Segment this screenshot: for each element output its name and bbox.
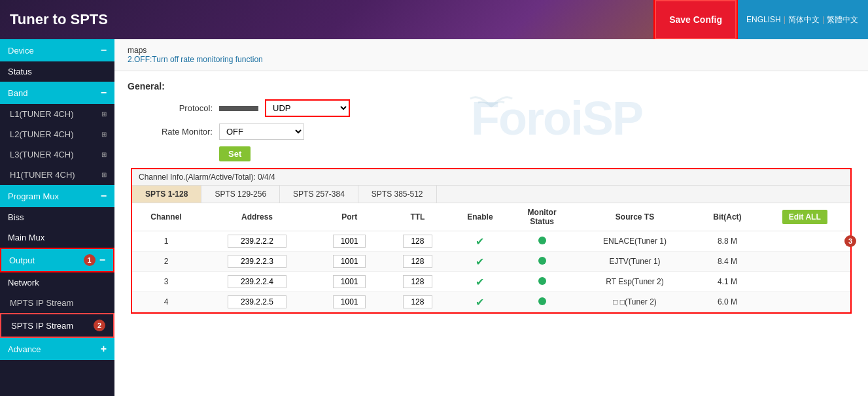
channel-table: Channel Address Port TTL Enable MonitorS…	[132, 203, 850, 312]
cell-port[interactable]	[314, 292, 385, 312]
cell-action	[759, 292, 850, 312]
cell-address[interactable]	[200, 252, 314, 272]
tab-spts-385-512[interactable]: SPTS 385-512	[358, 186, 437, 203]
channel-info-box: 3 Channel Info.(Alarm/Active/Total): 0/4…	[131, 168, 852, 314]
cell-monitor	[510, 292, 574, 312]
cell-port[interactable]	[314, 231, 385, 252]
l2-grid-icon: ⊞	[101, 131, 107, 138]
cell-enable: ✔	[450, 231, 510, 252]
lang-traditional[interactable]: 繁體中文	[827, 14, 858, 25]
sidebar-label-program-mux: Program Mux	[8, 191, 59, 201]
table-row: 2 ✔ EJTV(Tuner 1) 8.4 M	[132, 252, 850, 272]
info-line1: maps	[128, 46, 855, 55]
protocol-select[interactable]: UDP RTP	[265, 99, 350, 117]
sidebar-item-spts[interactable]: SPTS IP Stream 2	[0, 313, 114, 338]
cell-ttl[interactable]	[385, 292, 450, 312]
l1-grid-icon: ⊞	[101, 110, 107, 118]
content-body: General: Protocol: UDP RTP Rate Monitor:…	[114, 71, 868, 330]
cell-port[interactable]	[314, 252, 385, 272]
sidebar-item-network[interactable]: Network	[0, 272, 114, 293]
monitor-dot-icon	[538, 237, 546, 244]
cell-ttl[interactable]	[385, 231, 450, 252]
cell-monitor	[510, 231, 574, 252]
cell-monitor	[510, 272, 574, 292]
cell-bit-act: 8.4 M	[695, 252, 759, 272]
table-row: 1 ✔ ENLACE(Tuner 1) 8.8 M	[132, 231, 850, 252]
cell-channel: 1	[132, 231, 200, 252]
table-row: 3 ✔ RT Esp(Tuner 2) 4.1 M	[132, 272, 850, 292]
cell-source-ts: ENLACE(Tuner 1)	[574, 231, 695, 252]
spts-badge: 2	[94, 320, 105, 331]
header: Tuner to SPTS Save Config ENGLISH | 简体中文…	[0, 0, 868, 39]
set-button[interactable]: Set	[219, 146, 251, 161]
sidebar-item-output[interactable]: Output 1 −	[0, 248, 114, 272]
monitor-dot-icon	[538, 257, 546, 265]
tab-spts-129-256[interactable]: SPTS 129-256	[201, 186, 280, 203]
lang-simplified[interactable]: 简体中文	[788, 14, 820, 25]
sidebar-item-advance[interactable]: Advance +	[0, 338, 114, 360]
cell-action	[759, 252, 850, 272]
sidebar-item-program-mux[interactable]: Program Mux −	[0, 185, 114, 207]
h1-grid-icon: ⊞	[101, 171, 107, 178]
cell-bit-act: 6.0 M	[695, 292, 759, 312]
tab-spts-257-384[interactable]: SPTS 257-384	[280, 186, 358, 203]
col-edit-all: Edit ALL	[759, 203, 850, 231]
rate-monitor-label: Rate Monitor:	[128, 127, 213, 137]
advance-expand-icon: +	[101, 343, 107, 355]
cell-channel: 3	[132, 272, 200, 292]
enable-check-icon: ✔	[476, 297, 484, 308]
cell-bit-act: 8.8 M	[695, 231, 759, 252]
save-config-button[interactable]: Save Config	[655, 0, 737, 39]
col-monitor-status: MonitorStatus	[510, 203, 574, 231]
sidebar-item-device[interactable]: Device −	[0, 39, 114, 61]
cell-address[interactable]	[200, 292, 314, 312]
rate-monitor-select[interactable]: OFF ON	[219, 124, 304, 140]
sidebar-item-biss[interactable]: Biss	[0, 207, 114, 227]
enable-check-icon: ✔	[476, 276, 484, 288]
col-bit-act: Bit(Act)	[695, 203, 759, 231]
cell-monitor	[510, 252, 574, 272]
app-title: Tuner to SPTS	[10, 11, 108, 28]
col-ttl: TTL	[385, 203, 450, 231]
cell-source-ts: □ □(Tuner 2)	[574, 292, 695, 312]
output-collapse-icon: −	[99, 254, 105, 266]
sidebar-item-mpts[interactable]: MPTS IP Stream	[0, 293, 114, 313]
sidebar-item-l3[interactable]: L3(TUNER 4CH) ⊞	[0, 144, 114, 165]
channel-info-header: Channel Info.(Alarm/Active/Total): 0/4/4	[132, 169, 850, 186]
cell-ttl[interactable]	[385, 252, 450, 272]
lang-english[interactable]: ENGLISH	[746, 15, 781, 24]
cell-ttl[interactable]	[385, 272, 450, 292]
sidebar-item-l1[interactable]: L1(TUNER 4CH) ⊞	[0, 104, 114, 124]
cell-port[interactable]	[314, 272, 385, 292]
sidebar: Device − Status Band − L1(TUNER 4CH) ⊞ L…	[0, 39, 114, 396]
sidebar-label-output: Output	[9, 256, 35, 265]
rate-monitor-row: Rate Monitor: OFF ON	[128, 124, 855, 140]
cell-channel: 2	[132, 252, 200, 272]
sidebar-item-main-mux[interactable]: Main Mux	[0, 227, 114, 248]
cell-address[interactable]	[200, 231, 314, 252]
col-enable: Enable	[450, 203, 510, 231]
program-mux-collapse-icon: −	[101, 190, 107, 202]
sidebar-label-device: Device	[8, 46, 34, 56]
tab-spts-1-128[interactable]: SPTS 1-128	[132, 186, 201, 203]
monitor-dot-icon	[538, 297, 546, 305]
cell-address[interactable]	[200, 272, 314, 292]
sidebar-item-l2[interactable]: L2(TUNER 4CH) ⊞	[0, 124, 114, 144]
language-bar: ENGLISH | 简体中文 | 繁體中文	[737, 0, 868, 39]
sidebar-label-l3: L3(TUNER 4CH)	[10, 150, 74, 159]
protocol-row: Protocol: UDP RTP	[128, 99, 855, 117]
sidebar-item-band[interactable]: Band −	[0, 82, 114, 104]
sidebar-label-band: Band	[8, 88, 27, 98]
monitor-dot-icon	[538, 277, 546, 285]
edit-all-button[interactable]: Edit ALL	[782, 210, 827, 224]
sidebar-label-spts: SPTS IP Stream	[11, 321, 73, 331]
sidebar-item-h1[interactable]: H1(TUNER 4CH) ⊞	[0, 165, 114, 185]
sidebar-label-main-mux: Main Mux	[8, 233, 44, 242]
col-address: Address	[200, 203, 314, 231]
sidebar-label-l1: L1(TUNER 4CH)	[10, 109, 74, 119]
sidebar-item-status[interactable]: Status	[0, 61, 114, 82]
cell-bit-act: 4.1 M	[695, 272, 759, 292]
info-text-block: maps 2.OFF:Turn off rate monitoring func…	[114, 39, 868, 71]
output-badge: 1	[84, 254, 95, 266]
protocol-box	[219, 106, 258, 111]
